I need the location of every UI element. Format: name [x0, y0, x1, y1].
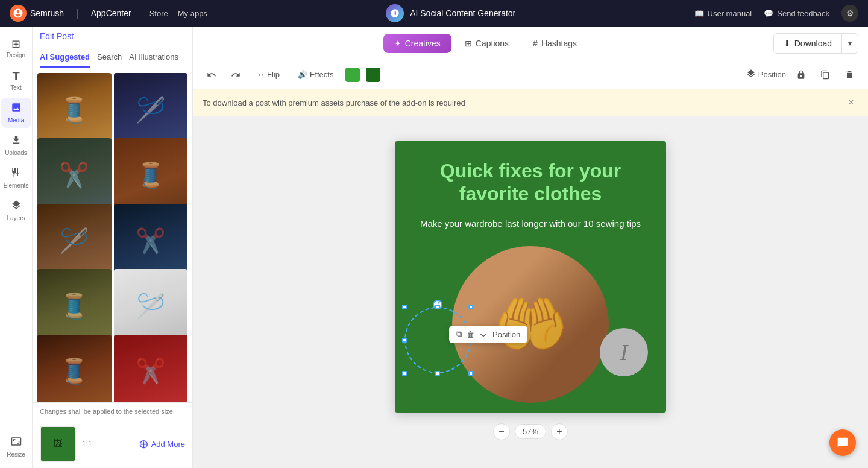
edit-post-header[interactable]: Edit Post — [33, 27, 192, 46]
nav-center: AI Social Content Generator — [219, 4, 682, 22]
creatives-tab-icon: ✦ — [394, 39, 401, 48]
semrush-logo[interactable]: Semrush — [10, 5, 64, 22]
changes-notice: Changes shall be applied to the selected… — [40, 408, 173, 415]
nav-links: Store My apps — [149, 9, 207, 18]
settings-icon[interactable]: ⚙ — [841, 5, 858, 22]
position-button[interactable]: Position — [746, 69, 786, 80]
media-footer-text: Changes shall be applied to the selected… — [33, 402, 192, 420]
user-manual-label: User manual — [708, 9, 752, 18]
sidebar-item-resize[interactable]: Resize — [1, 432, 31, 462]
layers-popup-icon — [479, 329, 488, 340]
main-layout: ⊞ Design T Text Media Uploads — [0, 27, 868, 468]
tab-ai-suggested[interactable]: AI Suggested — [40, 52, 90, 68]
redo-button[interactable] — [227, 66, 245, 84]
design-card[interactable]: Quick fixes for your favorite clothes Ma… — [395, 141, 666, 413]
edit-toolbar-right: Position — [746, 66, 858, 84]
download-label: Download — [794, 39, 832, 48]
design-title: Quick fixes for your favorite clothes — [395, 141, 666, 212]
layers-position-icon — [746, 69, 756, 80]
zoom-in-button[interactable]: + — [551, 423, 568, 440]
chat-support-button[interactable] — [829, 429, 856, 456]
sidebar-item-layers[interactable]: Layers — [1, 195, 31, 226]
tab-ai-illustrations[interactable]: AI Illustrations — [129, 52, 178, 68]
zoom-level-display: 57% — [515, 424, 546, 439]
copy-popup-icon: ⧉ — [456, 329, 462, 339]
right-icon-circle: I — [600, 328, 648, 376]
list-item[interactable]: 🪡 — [114, 269, 188, 343]
delete-button[interactable] — [840, 66, 858, 84]
download-dropdown-arrow[interactable]: ▾ — [842, 34, 858, 52]
flip-button[interactable]: ↔ Flip — [251, 68, 286, 81]
effects-button[interactable]: 🔊 Effects — [292, 68, 340, 81]
list-item[interactable]: ✂️ — [37, 138, 112, 212]
uploads-label: Uploads — [5, 150, 27, 156]
feedback-label: Send feedback — [777, 9, 829, 18]
text-icon: T — [12, 69, 19, 83]
content-toolbar: ✦ Creatives ⊞ Captions # Hashtags ⬇ Down… — [193, 27, 868, 60]
media-label: Media — [8, 117, 24, 124]
ai-tool-icon — [386, 4, 404, 22]
flip-label: Flip — [267, 70, 280, 79]
sidebar-item-media[interactable]: Media — [1, 98, 31, 128]
sidebar-item-uploads[interactable]: Uploads — [1, 130, 31, 160]
size-preview-area: 🖼 1:1 ⊕ Add More — [33, 420, 192, 468]
elements-label: Elements — [4, 182, 29, 189]
sewing-image: 🤲 — [452, 246, 609, 403]
add-more-button[interactable]: ⊕ Add More — [139, 437, 185, 451]
download-btn-main[interactable]: ⬇ Download — [774, 34, 842, 53]
media-icon — [11, 102, 22, 116]
list-item[interactable]: 🪡 — [114, 73, 188, 147]
list-item[interactable]: 🧵 — [37, 335, 112, 402]
copy-button[interactable] — [816, 66, 834, 84]
tab-creatives[interactable]: ✦ Creatives — [383, 34, 451, 53]
position-popup[interactable]: ⧉ 🗑 Position — [449, 326, 527, 343]
position-popup-label: Position — [492, 330, 520, 339]
text-label: Text — [10, 84, 21, 91]
size-thumb-preview: 🖼 — [41, 427, 75, 461]
sidebar-item-elements[interactable]: Elements — [1, 163, 31, 193]
user-manual-icon: 📖 — [694, 9, 704, 18]
list-item[interactable]: 🪡 — [37, 204, 112, 278]
send-feedback-link[interactable]: 💬 Send feedback — [764, 9, 829, 18]
app-center-label[interactable]: AppCenter — [91, 8, 131, 18]
layers-label: Layers — [7, 215, 25, 221]
sidebar-item-text[interactable]: T Text — [1, 65, 31, 95]
nav-divider: | — [76, 7, 79, 20]
design-subtitle: Make your wardrobe last longer with our … — [395, 211, 666, 237]
list-item[interactable]: 🧵 — [37, 269, 112, 343]
sidebar-item-design[interactable]: ⊞ Design — [1, 33, 31, 63]
zoom-bar: − 57% + — [493, 420, 568, 444]
my-apps-link[interactable]: My apps — [178, 9, 207, 18]
store-link[interactable]: Store — [149, 9, 168, 18]
tab-captions[interactable]: ⊞ Captions — [454, 34, 520, 53]
effects-icon: 🔊 — [298, 70, 307, 79]
edit-toolbar-left: ↔ Flip 🔊 Effects — [203, 66, 380, 84]
tab-hashtags[interactable]: # Hashtags — [522, 34, 588, 53]
list-item[interactable]: ✂️ — [114, 335, 188, 402]
list-item[interactable]: 🧵 — [114, 138, 188, 212]
media-images-grid: 🧵 🪡 ✂️ 🧵 🪡 ✂️ 🧵 🪡 — [33, 68, 192, 402]
hashtags-tab-label: Hashtags — [541, 39, 577, 48]
color-box-dark-green[interactable] — [366, 68, 380, 82]
edit-post-label: Edit Post — [40, 31, 74, 41]
effects-label: Effects — [310, 70, 334, 79]
zoom-out-button[interactable]: − — [493, 423, 510, 440]
content-area: ✦ Creatives ⊞ Captions # Hashtags ⬇ Down… — [193, 27, 868, 468]
tab-search[interactable]: Search — [97, 52, 122, 68]
creatives-tab-label: Creatives — [405, 39, 441, 48]
banner-text: To download a post with premium assets p… — [203, 98, 465, 107]
lock-button[interactable] — [792, 66, 810, 84]
list-item[interactable]: ✂️ — [114, 204, 188, 278]
design-label: Design — [7, 52, 25, 58]
undo-button[interactable] — [203, 66, 221, 84]
list-item[interactable]: 🧵 — [37, 73, 112, 147]
design-icon: ⊞ — [11, 37, 20, 51]
nav-right: 📖 User manual 💬 Send feedback ⚙ — [694, 5, 858, 22]
user-manual-link[interactable]: 📖 User manual — [694, 9, 752, 18]
download-icon: ⬇ — [784, 39, 791, 48]
banner-close-button[interactable]: × — [844, 95, 858, 110]
download-button[interactable]: ⬇ Download ▾ — [773, 33, 858, 54]
size-thumbnail[interactable]: 🖼 — [40, 426, 76, 462]
color-box-green[interactable] — [345, 68, 360, 82]
media-panel: Edit Post AI Suggested Search AI Illustr… — [33, 27, 193, 468]
